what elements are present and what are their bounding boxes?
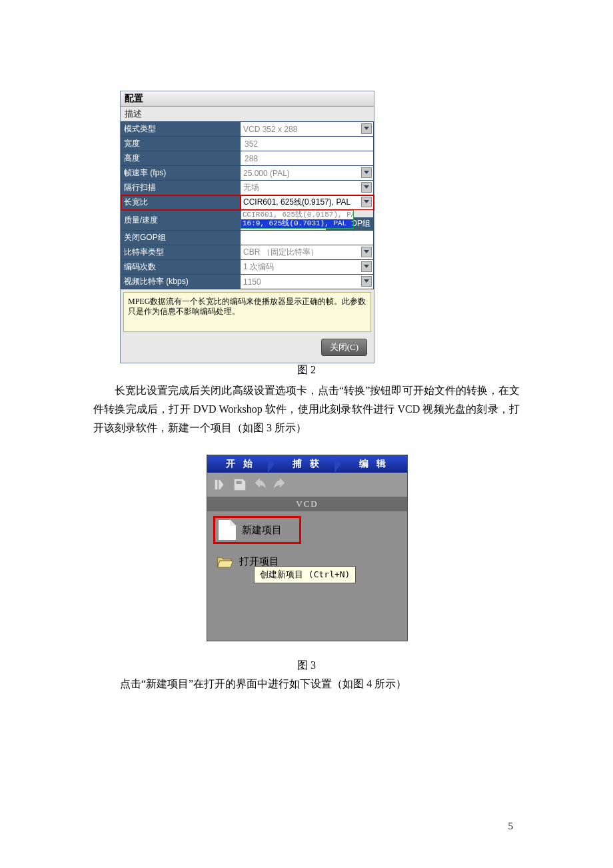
- row-fps-value[interactable]: 25.000 (PAL): [241, 166, 374, 181]
- settings-grid: 模式类型 VCD 352 x 288 宽度 高度 帧速率 (fps) 25.00…: [121, 121, 374, 289]
- tooltip-new-project: 创建新项目 (Ctrl+N): [254, 566, 356, 583]
- row-height-label: 高度: [121, 151, 241, 166]
- aspect-dropdown-cell: CCIR601, 625线(0.9157), PAL 16:9, 625线(0.…: [241, 210, 374, 231]
- paragraph-1: 长宽比设置完成后关闭此高级设置选项卡，点击“转换”按钮即可开始文件的转换，在文件…: [93, 381, 520, 437]
- height-input[interactable]: [243, 153, 373, 164]
- new-project-button[interactable]: 新建项目: [215, 518, 299, 542]
- row-width-label: 宽度: [121, 137, 241, 151]
- caption-fig2: 图 2: [0, 363, 613, 377]
- row-width-value[interactable]: [241, 137, 374, 151]
- width-input[interactable]: [243, 139, 373, 149]
- caption-fig3: 图 3: [0, 659, 613, 673]
- tool-icon-1[interactable]: [213, 477, 227, 492]
- aspect-options[interactable]: CCIR601, 625线(0.9157), PAL 16:9, 625线(0.…: [241, 210, 354, 229]
- row-aspect-value[interactable]: CCIR601, 625线(0.9157), PAL: [241, 195, 374, 210]
- tab-edit[interactable]: 编 辑: [340, 455, 407, 473]
- row-gop-label: 关闭GOP组: [121, 231, 241, 245]
- row-aspect-label: 长宽比: [121, 195, 241, 210]
- tab-start[interactable]: 开 始: [207, 455, 274, 473]
- row-fps-label: 帧速率 (fps): [121, 166, 241, 181]
- row-vbitrate-label: 视频比特率 (kbps): [121, 275, 241, 289]
- row-brtype-value[interactable]: CBR （固定比特率）: [241, 245, 374, 260]
- tab-capture[interactable]: 捕 获: [274, 455, 340, 473]
- dvd-workshop-window: 开 始 捕 获 编 辑 VCD 新建项目 打开项目 创建新项目 (Ctrl+N): [207, 455, 408, 641]
- row-brtype-label: 比特率类型: [121, 245, 241, 260]
- aspect-option-2[interactable]: 16:9, 625线(0.7031), PAL 16:9: [241, 219, 353, 228]
- row-interlace-label: 隔行扫描: [121, 181, 241, 195]
- vcd-bar: VCD: [207, 497, 407, 511]
- row-quality-label: 质量/速度: [121, 210, 241, 231]
- close-button[interactable]: 关闭(C): [321, 339, 367, 356]
- row-mode-value[interactable]: VCD 352 x 288: [241, 122, 374, 137]
- page-number: 5: [508, 821, 514, 832]
- toolbar: [207, 473, 407, 497]
- tab-bar: 开 始 捕 获 编 辑: [207, 455, 407, 473]
- undo-icon[interactable]: [253, 477, 267, 492]
- redo-icon[interactable]: [273, 477, 287, 492]
- row-encpass-value[interactable]: 1 次编码: [241, 260, 374, 275]
- row-gop-value[interactable]: [241, 231, 374, 245]
- row-interlace-value[interactable]: 无场: [241, 181, 374, 195]
- dialog-title: 配置: [121, 91, 374, 107]
- save-icon[interactable]: [233, 477, 247, 492]
- paragraph-2: 点击“新建项目”在打开的界面中进行如下设置（如图 4 所示）: [120, 677, 493, 691]
- new-project-label: 新建项目: [242, 524, 282, 537]
- row-encpass-label: 编码次数: [121, 260, 241, 275]
- settings-dialog: 配置 描述 模式类型 VCD 352 x 288 宽度 高度 帧速率 (fps)…: [120, 91, 374, 363]
- file-icon: [218, 519, 237, 541]
- row-mode-label: 模式类型: [121, 122, 241, 137]
- folder-open-icon: [217, 554, 234, 569]
- info-text: MPEG数据流有一个长宽比的编码来使播放器显示正确的帧。此参数只是作为信息不影响…: [123, 292, 371, 332]
- dialog-subtitle: 描述: [121, 107, 374, 121]
- row-height-value[interactable]: [241, 151, 374, 166]
- aspect-option-1[interactable]: CCIR601, 625线(0.9157), PAL: [241, 211, 353, 219]
- row-vbitrate-value[interactable]: 1150: [241, 275, 374, 289]
